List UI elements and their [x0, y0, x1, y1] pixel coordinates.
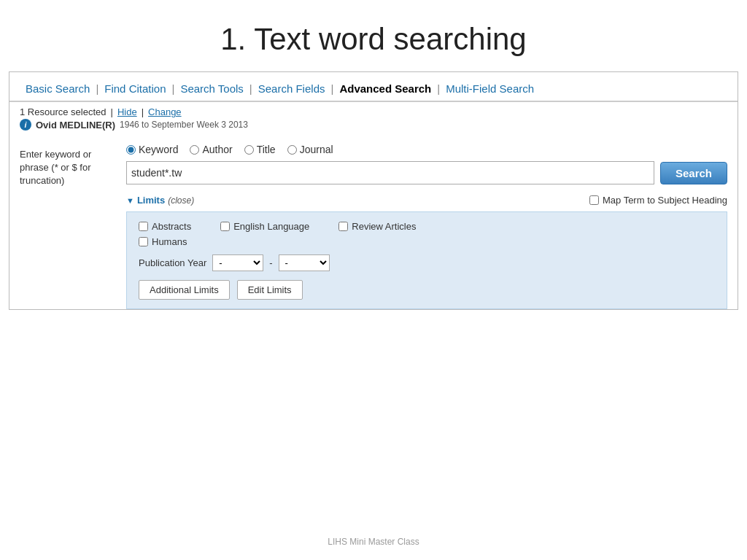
nav-search-fields[interactable]: Search Fields: [252, 79, 331, 101]
map-term-checkbox[interactable]: [589, 195, 599, 205]
limits-label: Limits: [137, 195, 165, 206]
check-review[interactable]: Review Articles: [338, 221, 416, 232]
resource-divider: |: [111, 106, 113, 117]
nav-bar: Basic Search | Find Citation | Search To…: [9, 72, 738, 102]
map-term-text: Map Term to Subject Heading: [603, 195, 727, 206]
check-humans-label: Humans: [152, 236, 187, 247]
pub-year-to-select[interactable]: -: [279, 254, 330, 271]
radio-journal[interactable]: Journal: [287, 144, 333, 155]
db-dates: 1946 to September Week 3 2013: [120, 120, 248, 130]
db-name: Ovid MEDLINE(R): [36, 120, 115, 131]
radio-author-label: Author: [202, 144, 232, 155]
info-icon: i: [20, 119, 31, 131]
page-title: 1. Text word searching: [0, 0, 747, 71]
search-right: Keyword Author Title Journal Search: [126, 144, 727, 309]
limits-section: ▼ Limits (close) Map Term to Subject Hea…: [126, 192, 727, 309]
limits-header: ▼ Limits (close) Map Term to Subject Hea…: [126, 192, 727, 209]
check-abstracts[interactable]: Abstracts: [139, 221, 191, 232]
search-label: Enter keyword or phrase (* or $ for trun…: [20, 144, 115, 309]
nav-basic-search[interactable]: Basic Search: [20, 79, 96, 101]
check-abstracts-label: Abstracts: [152, 221, 191, 232]
nav-find-citation[interactable]: Find Citation: [98, 79, 171, 101]
resource-count: 1 Resource selected: [20, 106, 107, 117]
check-humans[interactable]: Humans: [139, 236, 715, 247]
limits-toggle[interactable]: ▼ Limits (close): [126, 195, 194, 206]
check-review-label: Review Articles: [352, 221, 416, 232]
pub-year-dash: -: [269, 257, 272, 268]
search-label-text: Enter keyword or phrase (* or $ for trun…: [20, 149, 91, 186]
triangle-icon: ▼: [126, 196, 134, 205]
nav-search-tools[interactable]: Search Tools: [174, 79, 249, 101]
pub-year-row: Publication Year - - -: [139, 254, 715, 271]
radio-author[interactable]: Author: [190, 144, 232, 155]
edit-limits-button[interactable]: Edit Limits: [237, 280, 303, 300]
limits-buttons: Additional Limits Edit Limits: [139, 280, 715, 300]
additional-limits-button[interactable]: Additional Limits: [139, 280, 230, 300]
change-link[interactable]: Change: [148, 106, 182, 117]
search-input[interactable]: [126, 161, 654, 184]
limits-row1: Abstracts English Language Review Articl…: [139, 221, 715, 232]
map-term-label[interactable]: Map Term to Subject Heading: [589, 195, 727, 206]
pub-year-label: Publication Year: [139, 257, 206, 268]
check-english-label: English Language: [233, 221, 309, 232]
radio-journal-label: Journal: [300, 144, 333, 155]
limits-close[interactable]: (close): [168, 195, 194, 206]
limits-row2: Humans: [139, 236, 715, 247]
hide-link[interactable]: Hide: [117, 106, 137, 117]
footer-text: LIHS Mini Master Class: [328, 537, 419, 547]
search-area: Enter keyword or phrase (* or $ for trun…: [9, 133, 738, 309]
radio-keyword[interactable]: Keyword: [126, 144, 178, 155]
radio-title[interactable]: Title: [244, 144, 276, 155]
pub-year-from-select[interactable]: -: [212, 254, 263, 271]
footer: LIHS Mini Master Class: [0, 537, 747, 547]
limits-box: Abstracts English Language Review Articl…: [126, 211, 727, 309]
radio-title-label: Title: [257, 144, 276, 155]
resource-divider2: |: [142, 106, 144, 117]
main-container: Basic Search | Find Citation | Search To…: [9, 71, 738, 310]
radio-row: Keyword Author Title Journal: [126, 144, 727, 155]
resource-bar: 1 Resource selected | Hide | Change i Ov…: [9, 102, 738, 133]
search-button[interactable]: Search: [660, 162, 727, 184]
search-input-row: Search: [126, 161, 727, 184]
nav-multifield-search[interactable]: Multi-Field Search: [440, 79, 540, 101]
check-english[interactable]: English Language: [220, 221, 309, 232]
nav-advanced-search[interactable]: Advanced Search: [333, 79, 437, 101]
radio-keyword-label: Keyword: [139, 144, 178, 155]
